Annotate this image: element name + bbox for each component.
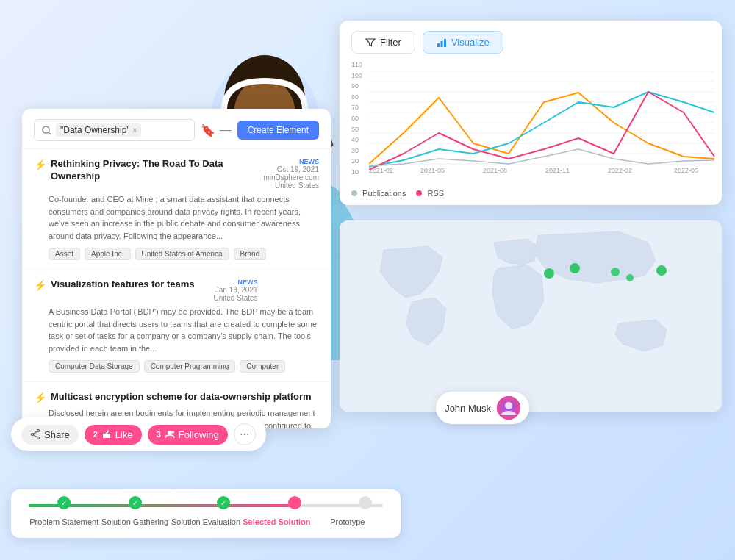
svg-text:2022-05: 2022-05	[674, 167, 698, 174]
following-label: Following	[179, 429, 219, 440]
more-options-icon[interactable]: —	[220, 123, 232, 137]
tag-computer[interactable]: Computer	[240, 360, 285, 373]
svg-point-30	[626, 274, 634, 281]
chart-svg: 2021-02 2021-05 2021-08 2021-11 2022-02 …	[369, 61, 722, 175]
profile-chip[interactable]: John Musk	[436, 392, 529, 424]
article-title: Multicast encryption scheme for data-own…	[51, 391, 312, 403]
chart-y-axis: 1101009080 70605040 302010	[351, 61, 364, 186]
visualize-button[interactable]: Visualize	[423, 31, 503, 54]
rss-legend-label: RSS	[427, 189, 444, 198]
svg-point-34	[37, 430, 40, 432]
svg-text:2021-08: 2021-08	[483, 167, 507, 174]
article-meta: NEWS Jan 13, 2021 United States	[199, 279, 258, 302]
following-icon	[165, 429, 175, 439]
chart-toolbar: Filter Visualize	[351, 31, 710, 54]
like-icon	[101, 429, 112, 439]
tag-asset[interactable]: Asset	[49, 248, 80, 260]
tag-programming[interactable]: Computer Programming	[144, 360, 236, 373]
remove-tag-icon[interactable]: ×	[133, 126, 137, 134]
lightning-icon: ⚡	[34, 159, 46, 170]
step-1-dot: ✓	[57, 496, 71, 509]
tag-usa[interactable]: United States of America	[135, 248, 229, 260]
svg-line-38	[34, 435, 37, 437]
step-2-label: Solution Gathering	[99, 517, 170, 526]
svg-point-31	[656, 265, 667, 276]
svg-rect-7	[437, 43, 440, 47]
filter-icon	[365, 37, 376, 48]
svg-point-36	[37, 437, 40, 439]
more-options-button[interactable]: ···	[234, 423, 256, 445]
share-button[interactable]: Share	[21, 425, 79, 445]
svg-point-35	[32, 434, 34, 436]
step-3-label: Solution Evaluation	[171, 517, 241, 526]
tag-brand[interactable]: Brand	[234, 248, 267, 260]
step-5-dot	[359, 496, 372, 509]
article-meta: NEWS Oct 19, 2021 minDsphere.com United …	[260, 158, 319, 190]
social-bar: Share 2 Like 3 Following ···	[11, 417, 266, 451]
step-1-label: Problem Statement	[29, 517, 99, 526]
svg-point-28	[570, 263, 580, 273]
tag-apple[interactable]: Apple Inc.	[85, 248, 130, 260]
search-actions: 🔖 —	[201, 123, 232, 137]
lightning-icon: ⚡	[34, 392, 46, 403]
article-list: ⚡ Rethinking Privacy: The Road To Data O…	[22, 149, 331, 428]
lightning-icon: ⚡	[34, 279, 46, 291]
svg-text:2021-05: 2021-05	[420, 167, 445, 174]
publications-legend-dot	[351, 190, 357, 196]
svg-text:2021-02: 2021-02	[369, 167, 393, 174]
search-bar[interactable]: "Data Ownership" ×	[34, 119, 195, 141]
filter-button[interactable]: Filter	[351, 31, 415, 54]
chart-panel: Filter Visualize 1101009080 70605040 302…	[340, 21, 722, 205]
step-4-label: Selected Solution	[241, 517, 312, 526]
svg-rect-39	[105, 434, 110, 438]
article-title: Visualization features for teams	[51, 279, 195, 291]
svg-line-33	[49, 132, 51, 134]
rss-legend-dot	[416, 190, 422, 196]
step-4-dot	[288, 496, 301, 509]
search-panel: "Data Ownership" × 🔖 — Create Element ⚡ …	[22, 109, 331, 428]
article-description: A Business Data Portal ('BDP') may be pr…	[49, 306, 319, 354]
svg-rect-9	[444, 39, 446, 47]
step-5-label: Prototype	[312, 517, 383, 526]
share-label: Share	[44, 429, 70, 440]
search-icon	[42, 126, 51, 135]
chart-area: 1101009080 70605040 302010 2021-	[351, 61, 710, 186]
svg-text:2022-02: 2022-02	[608, 167, 632, 174]
article-description: Co-founder and CEO at Mine ; a smart dat…	[49, 193, 319, 242]
step-labels: Problem Statement Solution Gathering Sol…	[29, 517, 383, 526]
like-count: 2	[93, 430, 98, 439]
article-item[interactable]: ⚡ Visualization features for teams NEWS …	[22, 270, 331, 382]
chart-legend: Publications RSS	[351, 189, 710, 198]
like-label: Like	[115, 429, 133, 440]
svg-rect-8	[440, 41, 442, 47]
world-map-svg	[340, 220, 722, 412]
svg-point-27	[544, 268, 554, 279]
progress-bar-container: ✓ ✓ ✓ Problem Statement Solution Gatheri…	[11, 489, 401, 538]
bookmark-icon[interactable]: 🔖	[201, 123, 215, 137]
like-button[interactable]: 2 Like	[85, 425, 142, 445]
filter-label: Filter	[380, 37, 401, 48]
search-tag[interactable]: "Data Ownership" ×	[56, 123, 141, 137]
svg-point-32	[43, 126, 49, 133]
article-item[interactable]: ⚡ Rethinking Privacy: The Road To Data O…	[22, 149, 331, 270]
step-2-dot: ✓	[129, 496, 142, 509]
svg-point-40	[168, 431, 172, 435]
article-title: Rethinking Privacy: The Road To Data Own…	[51, 158, 256, 183]
step-3-dot: ✓	[217, 496, 230, 509]
article-tags: Computer Data Storage Computer Programmi…	[49, 360, 319, 373]
article-tags: Asset Apple Inc. United States of Americ…	[49, 248, 319, 260]
svg-point-44	[505, 402, 512, 409]
svg-point-29	[611, 268, 620, 276]
tag-storage[interactable]: Computer Data Storage	[49, 360, 140, 373]
map-panel	[340, 220, 722, 412]
profile-name: John Musk	[445, 403, 491, 414]
following-button[interactable]: 3 Following	[148, 425, 228, 445]
visualize-icon	[437, 37, 447, 48]
svg-line-37	[34, 431, 37, 434]
share-icon	[30, 429, 40, 439]
publications-legend-label: Publications	[362, 189, 406, 198]
avatar	[497, 396, 520, 420]
visualize-label: Visualize	[451, 37, 490, 48]
progress-track: ✓ ✓ ✓	[29, 504, 383, 507]
create-element-button[interactable]: Create Element	[237, 121, 319, 140]
